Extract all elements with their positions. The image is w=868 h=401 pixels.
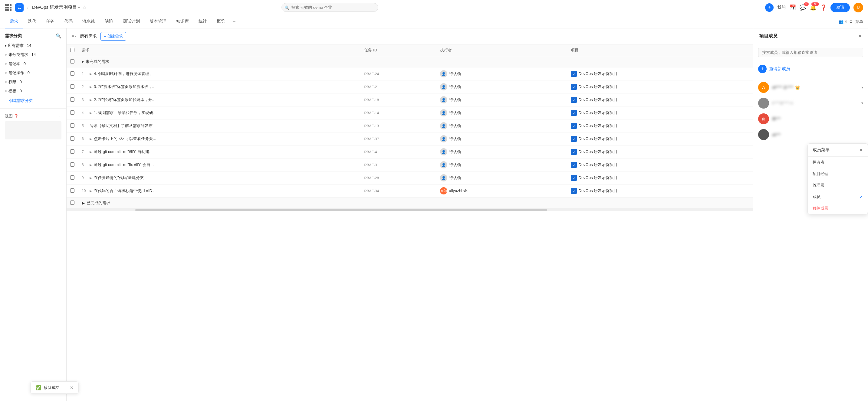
message-icon[interactable]: 💬 9 xyxy=(800,4,806,11)
tab-pipeline[interactable]: 流水线 xyxy=(78,15,100,28)
sidebar-item-notebook[interactable]: 笔记本 · 0 xyxy=(2,59,64,68)
tab-test-plan[interactable]: 测试计划 xyxy=(118,15,145,28)
member-menu-close-icon[interactable]: ✕ xyxy=(859,147,863,153)
grid-icon[interactable] xyxy=(5,4,11,11)
toast-close-icon[interactable]: ✕ xyxy=(70,385,73,390)
sidebar-item-note-ops[interactable]: 笔记操作 · 0 xyxy=(2,68,64,77)
row-checkbox[interactable] xyxy=(70,162,74,167)
project-icon: D xyxy=(571,175,577,181)
sidebar-search-icon[interactable]: 🔍 xyxy=(56,33,61,39)
add-tab-icon[interactable]: + xyxy=(232,19,236,25)
expand-arrow[interactable]: ▶ xyxy=(90,111,92,114)
horizontal-scrollbar[interactable] xyxy=(67,209,753,211)
tab-overview[interactable]: 概览 xyxy=(212,15,230,28)
expand-arrow[interactable]: ▶ xyxy=(90,163,92,167)
scrollbar-thumb[interactable] xyxy=(135,209,547,211)
group-checkbox[interactable] xyxy=(70,201,74,205)
member-expand-icon[interactable]: ▾ xyxy=(861,85,863,90)
collapse-button[interactable]: ≡ ‹ xyxy=(71,34,76,39)
notification-icon[interactable]: 🔔 99+ xyxy=(810,4,816,11)
row-checkbox[interactable] xyxy=(70,110,74,114)
tab-wiki[interactable]: 知识库 xyxy=(171,15,194,28)
group-expand-icon[interactable]: ▾ xyxy=(82,60,84,64)
expand-arrow[interactable]: ▶ xyxy=(90,176,92,180)
expand-arrow[interactable]: ▶ xyxy=(90,98,92,102)
req-text[interactable]: 2. 在"代码"标签页添加代码库，开... xyxy=(94,97,156,102)
req-text[interactable]: 在代码的合并请求标题中使用 #ID ... xyxy=(94,188,156,194)
member-item[interactable]: 南 南*** xyxy=(753,111,868,127)
menu-item-admin[interactable]: 管理员 xyxy=(808,180,868,191)
panel-close-icon[interactable]: ✕ xyxy=(858,33,862,39)
group-checkbox[interactable] xyxy=(70,59,74,64)
help-icon[interactable]: ❓ xyxy=(820,4,827,11)
menu-item-owner[interactable]: 拥有者 xyxy=(808,157,868,168)
req-text[interactable]: 3. 在"流水线"标签页添加流水线，... xyxy=(94,84,156,90)
menu-item-pm[interactable]: 项目经理 xyxy=(808,168,868,180)
row-checkbox[interactable] xyxy=(70,175,74,180)
menu-item-remove[interactable]: 移除成员 xyxy=(808,203,868,214)
group-expand-icon[interactable]: ▶ xyxy=(82,201,85,205)
project-name: DevOps 研发示例项目 xyxy=(579,175,618,180)
row-checkbox[interactable] xyxy=(70,71,74,76)
row-num: 4 xyxy=(82,111,88,115)
sidebar-item-templates[interactable]: 模板 · 0 xyxy=(2,87,64,96)
settings-item[interactable]: ⚙ xyxy=(849,19,853,24)
member-item[interactable]: ali*** xyxy=(753,127,868,142)
calendar-icon[interactable]: 📅 xyxy=(789,4,796,11)
search-input[interactable] xyxy=(281,3,378,12)
row-checkbox[interactable] xyxy=(70,149,74,154)
tab-iteration[interactable]: 迭代 xyxy=(23,15,41,28)
req-text[interactable]: 1. 规划需求、缺陷和任务，实现研... xyxy=(94,110,156,115)
member-name: ali*** xyxy=(772,132,863,137)
add-button[interactable]: + xyxy=(765,3,774,12)
member-item[interactable]: b****@****.m ▾ xyxy=(753,95,868,111)
row-checkbox[interactable] xyxy=(70,189,74,193)
req-text[interactable]: 阅读【帮助文档】了解从需求到发布 xyxy=(90,123,153,129)
member-count-item[interactable]: 👥 4 xyxy=(839,19,847,24)
tab-stats[interactable]: 统计 xyxy=(194,15,212,28)
executor-avatar: 👤 xyxy=(440,96,447,103)
sidebar-item-all-requirements[interactable]: ▾ 所有需求 · 14 xyxy=(2,41,64,50)
req-text[interactable]: 点击卡片上的 </> 可以查看任务关... xyxy=(94,136,156,141)
project-name[interactable]: DevOps 研发示例项目 ▾ xyxy=(32,4,80,10)
table-row: 9 ▶ 在任务详情的"代码"新建分支 PBAF-28 👤 待认领 xyxy=(67,171,753,185)
tab-code[interactable]: 代码 xyxy=(59,15,78,28)
member-search-input[interactable] xyxy=(758,48,863,57)
tab-requirements[interactable]: 需求 xyxy=(5,15,23,28)
row-checkbox[interactable] xyxy=(70,97,74,102)
view-add-icon[interactable]: + xyxy=(59,113,61,119)
expand-arrow[interactable]: ▶ xyxy=(90,137,92,141)
menu-item[interactable]: 菜单 xyxy=(855,19,863,25)
dot-icon xyxy=(5,54,7,56)
req-text[interactable]: 4. 创建测试计划，进行测试管理。 xyxy=(94,71,153,76)
invite-member-button[interactable]: + 邀请新成员 xyxy=(753,61,868,77)
expand-arrow[interactable]: ▶ xyxy=(90,189,92,193)
member-item[interactable]: A ali**** 企**** 👑 ▾ xyxy=(753,79,868,95)
create-category-button[interactable]: + 创建需求分类 xyxy=(0,96,66,106)
invite-button[interactable]: 邀请 xyxy=(831,3,850,12)
tab-release[interactable]: 版本管理 xyxy=(145,15,171,28)
sidebar-item-permissions[interactable]: 权限 · 0 xyxy=(2,77,64,87)
req-text[interactable]: 通过 git commit -m "fix #ID" 会自... xyxy=(94,162,154,168)
member-expand-icon[interactable]: ▾ xyxy=(861,101,863,105)
expand-arrow[interactable]: ▶ xyxy=(90,72,92,76)
req-text[interactable]: 通过 git commit -m "#ID" 自动建... xyxy=(94,149,153,155)
star-icon[interactable]: ☆ xyxy=(82,4,87,10)
plus-icon: + xyxy=(104,34,106,39)
row-checkbox[interactable] xyxy=(70,136,74,141)
expand-arrow[interactable]: ▶ xyxy=(90,85,92,89)
sidebar-item-uncategorized[interactable]: 未分类需求 · 14 xyxy=(2,50,64,59)
tab-tasks[interactable]: 任务 xyxy=(41,15,59,28)
executor-name: 待认领 xyxy=(449,84,461,90)
create-requirement-button[interactable]: + 创建需求 xyxy=(100,32,126,40)
tab-bugs[interactable]: 缺陷 xyxy=(100,15,118,28)
user-avatar[interactable]: U xyxy=(854,3,863,12)
topbar: 云 / DevOps 研发示例项目 ▾ ☆ 🔍 + 我的 📅 💬 9 🔔 99+… xyxy=(0,0,868,15)
menu-item-member[interactable]: 成员 ✓ xyxy=(808,191,868,203)
row-checkbox[interactable] xyxy=(70,85,74,89)
expand-arrow[interactable]: ▶ xyxy=(90,150,92,154)
select-all-checkbox[interactable] xyxy=(70,48,74,52)
my-label[interactable]: 我的 xyxy=(777,5,786,10)
req-text[interactable]: 在任务详情的"代码"新建分支 xyxy=(94,175,144,180)
row-checkbox[interactable] xyxy=(70,123,74,128)
